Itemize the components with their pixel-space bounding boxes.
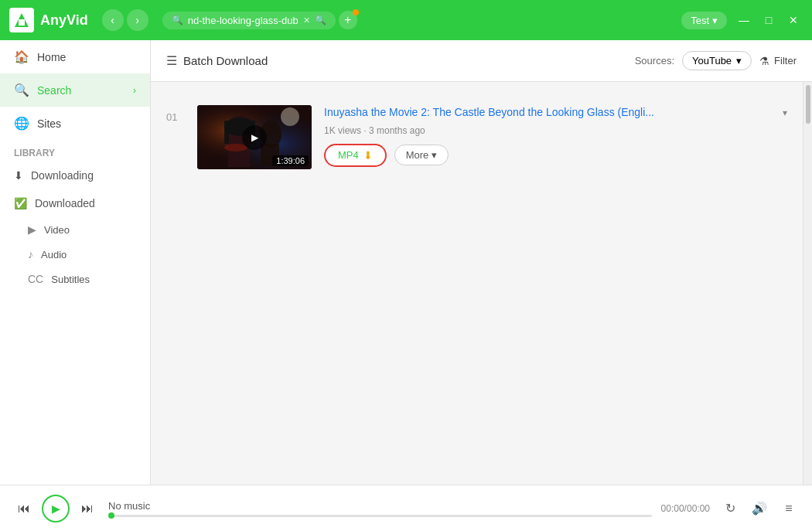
tab-search-icon: 🔍 — [172, 15, 183, 26]
new-tab-dot — [353, 9, 359, 15]
new-tab-button[interactable]: + — [339, 11, 357, 29]
svg-rect-8 — [224, 121, 229, 144]
sidebar-item-downloading[interactable]: ⬇ Downloading — [0, 162, 150, 189]
more-chevron-icon: ▾ — [432, 149, 437, 161]
filter-icon: ⚗ — [759, 55, 769, 67]
main-layout: 🏠 Home 🔍 Search › 🌐 Sites Library ⬇ Down… — [0, 40, 812, 485]
batch-download-icon: ☰ — [166, 53, 177, 68]
action-buttons: MP4 ⬇ More ▾ — [324, 144, 787, 167]
logo-icon — [9, 8, 34, 32]
user-chevron-icon: ▾ — [712, 15, 718, 26]
home-icon: 🏠 — [14, 49, 29, 64]
active-tab[interactable]: 🔍 nd-the-looking-glass-dub ✕ 🔍 — [162, 12, 336, 29]
repeat-button[interactable]: ↻ — [719, 498, 741, 519]
sources-label: Sources: — [635, 55, 674, 66]
item-number: 01 — [166, 105, 185, 123]
filter-button[interactable]: ⚗ Filter — [759, 55, 797, 67]
library-header: Library — [0, 140, 150, 162]
titlebar: AnyVid ‹ › 🔍 nd-the-looking-glass-dub ✕ … — [0, 0, 812, 40]
app-logo: AnyVid — [9, 8, 88, 32]
search-arrow-icon: › — [133, 85, 136, 96]
more-button[interactable]: More ▾ — [394, 145, 449, 165]
sidebar-item-audio[interactable]: ♪ Audio — [0, 242, 150, 267]
sidebar-item-home[interactable]: 🏠 Home — [0, 40, 150, 73]
video-title-area: Inuyasha the Movie 2: The Castle Beyond … — [324, 105, 787, 121]
sidebar-item-subtitles[interactable]: CC Subtitles — [0, 267, 150, 291]
video-info: Inuyasha the Movie 2: The Castle Beyond … — [324, 105, 787, 167]
tab-text: nd-the-looking-glass-dub — [188, 15, 299, 26]
download-arrow-icon: ⬇ — [363, 149, 373, 162]
audio-icon: ♪ — [28, 248, 33, 260]
thumbnail[interactable]: ▶ 1:39:06 — [197, 105, 312, 169]
sources-chevron-icon: ▾ — [736, 55, 742, 66]
playlist-button[interactable]: ≡ — [778, 498, 800, 519]
user-button[interactable]: Test ▾ — [681, 12, 727, 29]
downloaded-icon: ✅ — [14, 197, 27, 209]
svg-rect-1 — [19, 19, 25, 26]
user-label: Test — [691, 15, 709, 26]
content-scroll: 01 — [151, 82, 803, 485]
sidebar: 🏠 Home 🔍 Search › 🌐 Sites Library ⬇ Down… — [0, 40, 151, 485]
sidebar-sites-label: Sites — [37, 117, 61, 130]
bottom-player: ⏮ ▶ ⏭ No music 00:00/00:00 ↻ 🔊 ≡ — [0, 485, 812, 531]
play-pause-button[interactable]: ▶ — [42, 495, 70, 522]
nav-arrows: ‹ › — [102, 9, 148, 31]
volume-button[interactable]: 🔊 — [749, 498, 770, 519]
batch-download-button[interactable]: ☰ Batch Download — [166, 53, 268, 68]
sources-select[interactable]: YouTube ▾ — [682, 51, 752, 70]
content-header: ☰ Batch Download Sources: YouTube ▾ ⚗ Fi… — [151, 40, 812, 82]
video-title-text: Inuyasha the Movie 2: The Castle Beyond … — [324, 105, 778, 121]
subtitles-icon: CC — [28, 273, 43, 285]
content-area: ☰ Batch Download Sources: YouTube ▾ ⚗ Fi… — [151, 40, 812, 485]
next-track-button[interactable]: ⏭ — [76, 497, 99, 520]
sidebar-item-video[interactable]: ▶ Video — [0, 217, 150, 242]
tab-bar: 🔍 nd-the-looking-glass-dub ✕ 🔍 + — [162, 11, 667, 29]
progress-indicator — [108, 512, 114, 519]
scrollbar-thumb[interactable] — [806, 85, 810, 124]
sources-area: Sources: YouTube ▾ ⚗ Filter — [635, 51, 797, 70]
app-name: AnyVid — [40, 12, 88, 29]
sidebar-subtitles-label: Subtitles — [51, 274, 90, 285]
minimize-button[interactable]: — — [735, 11, 753, 29]
tab-search-icon2: 🔍 — [315, 15, 326, 26]
downloading-icon: ⬇ — [14, 169, 23, 182]
search-icon: 🔍 — [14, 83, 29, 97]
more-label: More — [406, 149, 429, 161]
mp4-label: MP4 — [338, 149, 359, 161]
time-display: 00:00/00:00 — [661, 503, 710, 514]
sidebar-home-label: Home — [37, 51, 66, 63]
video-icon: ▶ — [28, 223, 36, 236]
back-button[interactable]: ‹ — [102, 9, 124, 31]
mp4-download-button[interactable]: MP4 ⬇ — [324, 144, 387, 167]
sidebar-audio-label: Audio — [41, 249, 67, 260]
player-info: No music — [108, 500, 652, 517]
player-controls: ⏮ ▶ ⏭ — [12, 495, 99, 522]
progress-bar[interactable] — [108, 515, 652, 517]
play-overlay-button[interactable]: ▶ — [242, 125, 267, 150]
duration-badge: 1:39:06 — [272, 155, 309, 166]
batch-download-label: Batch Download — [183, 54, 268, 67]
svg-point-13 — [224, 144, 247, 151]
close-button[interactable]: ✕ — [784, 11, 803, 29]
sidebar-search-label: Search — [37, 84, 71, 97]
scrollbar[interactable] — [803, 82, 812, 485]
player-right-controls: ↻ 🔊 ≡ — [719, 498, 800, 519]
maximize-button[interactable]: □ — [759, 11, 778, 29]
forward-button[interactable]: › — [127, 9, 148, 31]
sidebar-downloaded-label: Downloaded — [35, 197, 95, 209]
sidebar-downloading-label: Downloading — [31, 169, 94, 182]
sidebar-item-downloaded[interactable]: ✅ Downloaded — [0, 189, 150, 217]
sites-icon: 🌐 — [14, 116, 29, 131]
video-meta: 1K views · 3 months ago — [324, 125, 787, 136]
prev-track-button[interactable]: ⏮ — [12, 497, 36, 520]
now-playing-label: No music — [108, 500, 652, 512]
sidebar-item-sites[interactable]: 🌐 Sites — [0, 107, 150, 140]
window-controls: — □ ✕ — [735, 11, 803, 29]
tab-close-icon[interactable]: ✕ — [303, 15, 310, 26]
title-caret-icon[interactable]: ▾ — [783, 107, 787, 120]
sidebar-item-search[interactable]: 🔍 Search › — [0, 73, 150, 107]
svg-point-12 — [281, 107, 299, 126]
sidebar-video-label: Video — [44, 224, 70, 236]
filter-label: Filter — [774, 55, 797, 66]
titlebar-right: Test ▾ — □ ✕ — [681, 11, 803, 29]
